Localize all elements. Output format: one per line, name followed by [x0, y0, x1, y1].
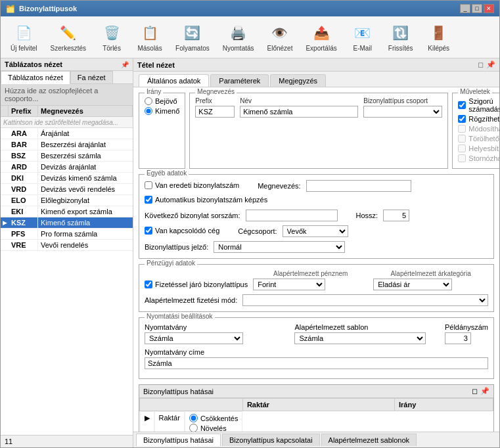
csokkentes-radio[interactable]: [189, 414, 198, 422]
van-kapcsolodo-row: Van kapcsolódó cég: [145, 227, 219, 235]
stornozható-checkbox[interactable]: [458, 154, 466, 162]
van-eredeti-checkbox[interactable]: [145, 181, 152, 189]
copy-button[interactable]: 📋 Másolás: [133, 20, 167, 55]
table-row[interactable]: ARA Árajánlat: [1, 128, 133, 139]
van-kapcsolodo-label: Van kapcsolódó cég: [155, 227, 219, 235]
continuous-button[interactable]: 🔄 Folyamatos: [171, 20, 214, 55]
tab-altalanos[interactable]: Általános adatok: [139, 74, 209, 87]
right-panel: Tétel nézet ◻ 📌 Általános adatok Paramét…: [133, 58, 499, 447]
tab-tablazatos[interactable]: Táblázatos nézet: [1, 71, 70, 84]
left-tabs: Táblázatos nézet Fa nézet: [1, 71, 133, 84]
prefix-group: Prefix: [195, 97, 235, 118]
close-button[interactable]: ✕: [484, 4, 494, 13]
print-icon: 🖨️: [228, 22, 249, 43]
bottom-tab-kapcsolatai[interactable]: Bizonylattípus kapcsolatai: [222, 434, 320, 446]
print-button[interactable]: 🖨️ Nyomtatás: [218, 20, 259, 55]
left-panel-header: Táblázatos nézet 📌: [1, 58, 133, 71]
table-header: Prefix Megnevezés: [1, 106, 133, 117]
cegcsoport-select[interactable]: Vevők: [283, 225, 348, 237]
refresh-button[interactable]: 🔃 Frissítés: [384, 20, 418, 55]
hossz-input[interactable]: [383, 210, 409, 221]
table-row[interactable]: ARD Devizás árajánlat: [1, 162, 133, 173]
effects-row[interactable]: ▶ Raktár Csökkentés Növelés: [140, 411, 243, 432]
rogzitheto-label: Rögzíthető: [468, 115, 499, 123]
exit-button[interactable]: 🚪 Kilépés: [422, 20, 456, 55]
helyesbitheto-checkbox[interactable]: [458, 145, 466, 152]
new-button[interactable]: 📄 Új felvitel: [6, 20, 42, 55]
table-row[interactable]: VRE Vevői rendelés: [1, 240, 133, 251]
left-panel-title: Táblázatos nézet: [5, 60, 62, 68]
panel-pin-icon[interactable]: 📌: [486, 60, 495, 69]
effects-pin-icon[interactable]: 📌: [480, 387, 489, 395]
delete-button[interactable]: 🗑️ Törlés: [95, 20, 129, 55]
bottom-tab-hatasai[interactable]: Bizonylattípus hatásai: [136, 434, 221, 446]
csoport-select[interactable]: [363, 106, 442, 118]
email-button[interactable]: 📧 E-Mail: [346, 20, 380, 55]
bejovo-radio[interactable]: [145, 97, 152, 105]
cime-input[interactable]: [145, 357, 488, 369]
sablon-select[interactable]: Számla: [294, 332, 426, 344]
jelzo-select[interactable]: Normál: [214, 241, 345, 253]
effects-raktar-cell: Raktár: [154, 411, 185, 432]
right-panel-header: Tétel nézet ◻ 📌: [133, 58, 499, 72]
filter-row[interactable]: Kattintson ide szűrőfeltétel megadása...: [1, 117, 133, 128]
print-title: Nyomtatási beállítások: [145, 313, 215, 320]
van-eredeti-row: Van eredeti bizonylatszám: [145, 181, 239, 189]
megnevezes-label: Megnevezés:: [258, 182, 300, 190]
effects-restore-icon[interactable]: ◻: [472, 387, 478, 395]
modosithato-checkbox[interactable]: [458, 125, 466, 133]
left-panel: Táblázatos nézet 📌 Táblázatos nézet Fa n…: [1, 58, 133, 447]
van-eredeti-label: Van eredeti bizonylatszám: [155, 181, 239, 189]
torolheto-checkbox[interactable]: [458, 135, 466, 143]
finance-title: Pénzügyi adatok: [145, 259, 197, 267]
minimize-button[interactable]: _: [460, 4, 470, 13]
table-row[interactable]: DKI Devizás kimenő számla: [1, 173, 133, 184]
maximize-button[interactable]: □: [472, 4, 482, 13]
pin-icon[interactable]: 📌: [121, 61, 129, 68]
print-section: Nyomtatási beállítások Nyomtatvány Száml…: [139, 317, 494, 379]
sablon-label: Alapértelmezett sablon: [294, 323, 439, 331]
tab-fanezet[interactable]: Fa nézet: [70, 71, 113, 83]
export-button[interactable]: 📤 Exportálás: [301, 20, 341, 55]
edit-button[interactable]: ✏️ Szerkesztés: [46, 20, 91, 55]
table-row[interactable]: VRD Devizás vevői rendelés: [1, 184, 133, 195]
export-icon: 📤: [311, 22, 332, 43]
effects-indicator-col: [140, 399, 243, 411]
van-kapcsolodo-checkbox[interactable]: [145, 227, 152, 235]
peldanyszam-input[interactable]: [445, 332, 471, 344]
table-row[interactable]: PFS Pro forma számla: [1, 229, 133, 240]
fizetessel-checkbox[interactable]: [145, 280, 152, 288]
row-indicator: [1, 139, 9, 150]
cell-name: Devizás vevői rendelés: [38, 184, 133, 194]
new-label: Új felvitel: [11, 45, 37, 52]
preview-button[interactable]: 👁️ Előnézet: [263, 20, 298, 55]
prefix-input[interactable]: [195, 106, 235, 118]
penznem-select[interactable]: Forint: [253, 279, 325, 290]
refresh-label: Frissítés: [388, 45, 413, 52]
nev-input[interactable]: [240, 106, 358, 118]
table-row[interactable]: EKI Kimenő export számla: [1, 206, 133, 217]
szigoru-checkbox[interactable]: [458, 101, 466, 109]
kimeno-radio[interactable]: [145, 107, 152, 115]
penznem-label: Alapértelmezett pénznem: [253, 270, 368, 277]
rogzitheto-checkbox[interactable]: [458, 115, 466, 123]
arkategoria-select[interactable]: Eladási ár: [373, 279, 452, 290]
row-indicator: [1, 195, 9, 206]
kovetkezo-input[interactable]: [246, 210, 338, 221]
table-row[interactable]: BAR Beszerzési árajánlat: [1, 139, 133, 150]
auto-bizonylatszam-checkbox[interactable]: [145, 196, 152, 204]
table-row[interactable]: BSZ Beszerzési számla: [1, 150, 133, 162]
bottom-tab-sablonok[interactable]: Alapértelmezett sablonok: [321, 434, 417, 446]
megnevezes-input[interactable]: [306, 180, 411, 192]
table-row-selected[interactable]: ▶ KSZ Kimenő számla: [1, 217, 133, 229]
fizetesi-mod-select[interactable]: [242, 294, 488, 306]
row-indicator: [1, 206, 9, 217]
table-row[interactable]: ELO Előlegbizonylat: [1, 195, 133, 206]
nyomtatvany-select[interactable]: Számla: [145, 332, 243, 344]
auto-bizonylatszam-label: Automatikus bizonylatszám képzés: [155, 196, 267, 204]
tab-megjegyzes[interactable]: Megjegyzés: [270, 74, 326, 87]
tab-parametere[interactable]: Paraméterek: [210, 74, 269, 87]
panel-restore-icon[interactable]: ◻: [478, 60, 484, 69]
noveles-radio[interactable]: [189, 424, 198, 432]
peldanyszam-col: Példányszám: [445, 323, 488, 344]
